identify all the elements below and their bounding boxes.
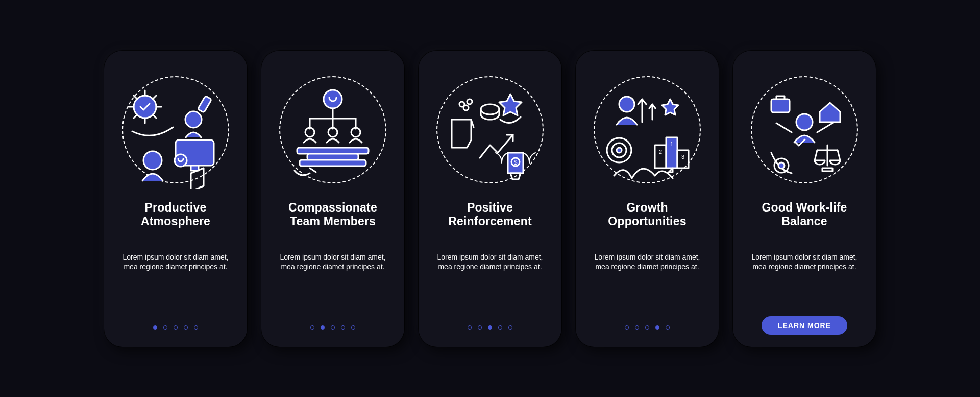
dot-5[interactable]: [666, 325, 670, 330]
dot-1[interactable]: [625, 325, 629, 330]
card-description: Lorem ipsum dolor sit diam amet, mea reg…: [116, 252, 235, 272]
card-title: Compassionate Team Members: [288, 201, 377, 229]
onboarding-card-5: Good Work-life Balance Lorem ipsum dolor…: [733, 51, 876, 347]
dot-3[interactable]: [331, 325, 335, 330]
dot-3[interactable]: [645, 325, 649, 330]
svg-text:1: 1: [670, 141, 673, 147]
dot-2[interactable]: [163, 325, 167, 330]
growth-opportunities-icon: 2 1 3: [594, 76, 701, 183]
card-title: Productive Atmosphere: [141, 201, 210, 229]
dot-4[interactable]: [341, 325, 345, 330]
card-description: Lorem ipsum dolor sit diam amet, mea reg…: [745, 252, 864, 272]
dot-2[interactable]: [635, 325, 639, 330]
svg-point-33: [778, 162, 785, 169]
svg-rect-34: [822, 168, 832, 171]
dot-3[interactable]: [488, 325, 492, 330]
dot-4[interactable]: [655, 325, 659, 330]
card-description: Lorem ipsum dolor sit diam amet, mea reg…: [274, 252, 392, 272]
svg-point-20: [619, 97, 634, 112]
svg-point-17: [463, 105, 469, 110]
card-description: Lorem ipsum dolor sit diam amet, mea reg…: [588, 252, 706, 272]
productive-atmosphere-icon: [122, 76, 229, 183]
positive-reinforcement-icon: $: [436, 76, 544, 183]
work-life-balance-icon: [751, 76, 858, 183]
compassionate-team-icon: [279, 76, 386, 183]
pagination-dots: [468, 325, 512, 330]
dot-4[interactable]: [498, 325, 502, 330]
svg-point-3: [185, 111, 202, 128]
svg-rect-13: [300, 160, 366, 166]
onboarding-card-3: $ Positive Reinforcement Lorem ipsum dol…: [419, 51, 561, 347]
svg-point-23: [617, 148, 622, 153]
svg-rect-11: [297, 148, 369, 154]
card-title: Growth Opportunities: [608, 201, 686, 229]
svg-text:2: 2: [659, 149, 662, 155]
dot-5[interactable]: [194, 325, 198, 330]
svg-point-4: [143, 151, 162, 170]
dot-5[interactable]: [351, 325, 355, 330]
learn-more-button[interactable]: LEARN MORE: [762, 316, 847, 335]
pagination-dots: [625, 325, 670, 330]
onboarding-card-4: 2 1 3 Growth Opportunities Lorem ipsum d…: [576, 51, 719, 347]
onboarding-card-1: Productive Atmosphere Lorem ipsum dolor …: [104, 51, 247, 347]
onboarding-card-2: Compassionate Team Members Lorem ipsum d…: [261, 51, 404, 347]
svg-point-31: [796, 114, 813, 130]
dot-4[interactable]: [184, 325, 188, 330]
dot-1[interactable]: [153, 325, 157, 330]
svg-point-7: [324, 90, 342, 108]
svg-text:$: $: [514, 159, 518, 166]
svg-text:3: 3: [681, 154, 684, 160]
pagination-dots: [153, 325, 198, 330]
pagination-dots: [310, 325, 355, 330]
svg-point-5: [175, 154, 187, 167]
card-description: Lorem ipsum dolor sit diam amet, mea reg…: [431, 252, 549, 272]
svg-rect-30: [771, 99, 790, 112]
card-title: Positive Reinforcement: [448, 201, 532, 229]
dot-2[interactable]: [478, 325, 482, 330]
dot-1[interactable]: [468, 325, 472, 330]
dot-5[interactable]: [508, 325, 512, 330]
svg-point-16: [467, 99, 472, 104]
card-title: Good Work-life Balance: [762, 201, 847, 229]
svg-rect-12: [307, 154, 358, 160]
dot-1[interactable]: [310, 325, 314, 330]
dot-2[interactable]: [321, 325, 325, 330]
dot-3[interactable]: [174, 325, 178, 330]
svg-point-14: [481, 104, 499, 114]
svg-rect-6: [198, 96, 211, 112]
